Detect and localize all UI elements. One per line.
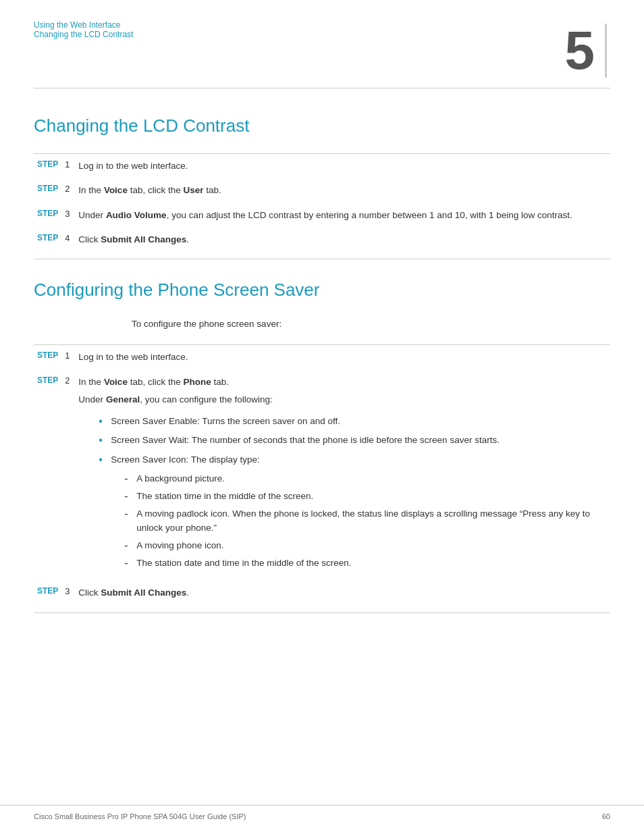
footer-page: 60: [602, 812, 610, 820]
step-label-s1: STEP: [34, 345, 61, 369]
section1-heading: Changing the LCD Contrast: [34, 115, 610, 136]
list-item: Screen Saver Icon: The display type: A b…: [99, 453, 607, 571]
list-item: Screen Saver Enable: Turns the screen sa…: [99, 415, 607, 428]
step-number-s2: 2: [61, 370, 75, 581]
chapter-border: 5: [565, 24, 608, 78]
step-label-2: STEP: [34, 178, 61, 203]
chapter-number: 5: [565, 20, 595, 80]
list-item: A background picture.: [124, 472, 607, 486]
step-content-1: Log in to the web interface.: [75, 154, 610, 178]
table-row: STEP 3 Click Submit All Changes.: [34, 581, 610, 605]
page-header: Using the Web Interface Changing the LCD…: [0, 0, 644, 78]
page-footer: Cisco Small Business Pro IP Phone SPA 50…: [0, 805, 644, 820]
step2-main-text: In the Voice tab, click the Phone tab.: [78, 377, 229, 387]
table-row: STEP 2 In the Voice tab, click the Phone…: [34, 370, 610, 581]
step-label-1: STEP: [34, 154, 61, 178]
list-item: The station date and time in the middle …: [124, 556, 607, 570]
footer-text: Cisco Small Business Pro IP Phone SPA 50…: [34, 812, 246, 820]
section2-intro: To configure the phone screen saver:: [132, 317, 610, 331]
breadcrumb-line1: Using the Web Interface: [34, 20, 133, 30]
under-general-text: Under General, you can configure the fol…: [78, 389, 607, 409]
table-row: STEP 2 In the Voice tab, click the User …: [34, 178, 610, 203]
step-label-4: STEP: [34, 228, 61, 252]
step-number-s3: 3: [61, 581, 75, 605]
page-container: Using the Web Interface Changing the LCD…: [0, 0, 644, 834]
step-content-s3: Click Submit All Changes.: [75, 581, 610, 605]
step-content-4: Click Submit All Changes.: [75, 228, 610, 252]
section2-steps-block: STEP 1 Log in to the web interface. STEP…: [34, 344, 610, 613]
breadcrumb: Using the Web Interface Changing the LCD…: [34, 20, 133, 39]
table-row: STEP 1 Log in to the web interface.: [34, 345, 610, 369]
table-row: STEP 1 Log in to the web interface.: [34, 154, 610, 178]
section1-steps-block: STEP 1 Log in to the web interface. STEP…: [34, 153, 610, 259]
step-number-s1: 1: [61, 345, 75, 369]
table-row: STEP 3 Under Audio Volume, you can adjus…: [34, 203, 610, 228]
list-item: A moving padlock icon. When the phone is…: [124, 507, 607, 535]
table-row: STEP 4 Click Submit All Changes.: [34, 228, 610, 252]
step-content-2: In the Voice tab, click the User tab.: [75, 178, 610, 203]
step-number-2: 2: [61, 178, 75, 203]
step-label-s2: STEP: [34, 370, 61, 581]
step-label-s3: STEP: [34, 581, 61, 605]
list-item: The station time in the middle of the sc…: [124, 490, 607, 503]
breadcrumb-line2: Changing the LCD Contrast: [34, 30, 133, 39]
step-label-3: STEP: [34, 203, 61, 228]
list-item: A moving phone icon.: [124, 539, 607, 552]
step-number-3: 3: [61, 203, 75, 228]
bullet-list: Screen Saver Enable: Turns the screen sa…: [99, 415, 607, 570]
step-content-s2: In the Voice tab, click the Phone tab. U…: [75, 370, 610, 581]
step-content-3: Under Audio Volume, you can adjust the L…: [75, 203, 610, 228]
chapter-number-container: 5: [565, 20, 611, 78]
section2-steps-table: STEP 1 Log in to the web interface. STEP…: [34, 345, 610, 605]
dash-list: A background picture. The station time i…: [124, 472, 607, 571]
step-number-4: 4: [61, 228, 75, 252]
section2-heading: Configuring the Phone Screen Saver: [34, 280, 610, 301]
main-content: Changing the LCD Contrast STEP 1 Log in …: [0, 88, 644, 613]
list-item: Screen Saver Wait: The number of seconds…: [99, 434, 607, 447]
section1-steps-table: STEP 1 Log in to the web interface. STEP…: [34, 154, 610, 252]
step-number-1: 1: [61, 154, 75, 178]
step-content-s1: Log in to the web interface.: [75, 345, 610, 369]
